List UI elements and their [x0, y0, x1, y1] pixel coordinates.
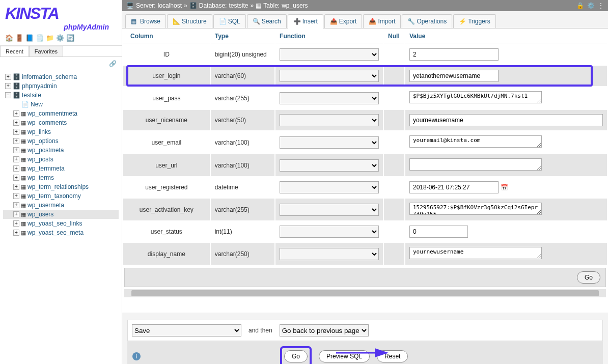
table-icon: ▦	[21, 156, 26, 163]
bc-server[interactable]: localhost	[158, 2, 182, 9]
expand-icon[interactable]: +	[13, 193, 19, 199]
table-icon: ▦	[21, 129, 26, 135]
expand-icon[interactable]: +	[13, 175, 19, 181]
tree-table-wp_postmeta[interactable]: wp_postmeta	[27, 147, 64, 154]
tab-recent[interactable]: Recent	[0, 46, 29, 57]
tab-triggers[interactable]: ⚡Triggers	[453, 14, 496, 28]
tab-insert[interactable]: ➕Insert	[288, 14, 323, 29]
expand-icon[interactable]: +	[13, 211, 19, 217]
tab-structure[interactable]: 📐Structure	[167, 14, 212, 28]
expand-icon[interactable]: +	[13, 202, 19, 208]
bc-database[interactable]: testsite	[229, 2, 248, 9]
tree-table-wp_yoast_seo_links[interactable]: wp_yoast_seo_links	[27, 220, 82, 227]
value-user_login[interactable]	[409, 70, 499, 82]
tree-table-wp_yoast_seo_meta[interactable]: wp_yoast_seo_meta	[27, 229, 84, 236]
tree-table-wp_term_relationships[interactable]: wp_term_relationships	[27, 183, 89, 190]
bottom-bar: Save and then Go back to previous page i…	[122, 313, 608, 364]
function-select-user_nicename[interactable]	[280, 114, 379, 126]
value-user_email[interactable]: youremail@kinsta.com	[409, 135, 542, 148]
go-button-top[interactable]: Go	[577, 271, 600, 284]
function-select-user_url[interactable]	[280, 159, 379, 172]
th-column: Column	[123, 30, 210, 43]
home-icon[interactable]: 🏠	[5, 34, 13, 42]
value-user_nicename[interactable]	[409, 114, 603, 126]
expand-icon[interactable]: +	[13, 165, 19, 172]
function-select-user_login[interactable]	[280, 70, 379, 82]
function-select-user_registered[interactable]	[280, 181, 379, 193]
tree-table-wp_usermeta[interactable]: wp_usermeta	[27, 202, 64, 209]
save-select[interactable]: Save	[132, 324, 241, 337]
horizontal-scrollbar[interactable]	[124, 289, 606, 297]
nav-icon[interactable]: 📁	[46, 34, 54, 42]
tree-table-wp_posts[interactable]: wp_posts	[27, 156, 53, 163]
value-user_registered[interactable]	[409, 181, 499, 193]
tree-table-wp_links[interactable]: wp_links	[27, 128, 51, 135]
value-user_activation_key[interactable]: 1529565927:$P$BfKOVzr3g50kzCqi2s6IeprZ3O…	[409, 203, 542, 215]
tab-import[interactable]: 📥Import	[363, 14, 401, 28]
function-select-user_email[interactable]	[280, 136, 379, 149]
col-label-user_registered: user_registered	[123, 177, 210, 198]
tab-sql[interactable]: 📄SQL	[213, 14, 246, 28]
docs-icon[interactable]: 📘	[25, 34, 34, 42]
goback-select[interactable]: Go back to previous page	[280, 324, 369, 337]
function-select-user_status[interactable]	[280, 226, 379, 238]
expand-icon[interactable]: +	[13, 147, 19, 153]
tree-table-wp_options[interactable]: wp_options	[27, 137, 59, 145]
expand-icon[interactable]: +	[13, 156, 19, 162]
value-ID[interactable]	[409, 48, 499, 61]
gear-icon[interactable]: ⚙️	[56, 34, 64, 42]
value-display_name[interactable]: yournewusername	[409, 247, 542, 259]
tree-table-wp_users[interactable]: wp_users	[27, 211, 53, 218]
function-select-user_pass[interactable]	[280, 92, 379, 104]
th-function: Function	[275, 30, 383, 43]
tab-operations[interactable]: 🔧Operations	[402, 14, 452, 28]
expand-icon[interactable]: +	[13, 129, 19, 135]
go-button[interactable]: Go	[284, 350, 308, 362]
function-select-ID[interactable]	[280, 48, 379, 61]
type-label: varchar(255)	[211, 199, 274, 220]
col-label-user_activation_key: user_activation_key	[123, 199, 210, 220]
tab-browse[interactable]: ▦Browse	[125, 14, 166, 28]
table-icon: ▦	[21, 211, 26, 218]
tree-new[interactable]: New	[31, 101, 43, 108]
expand-icon[interactable]: +	[13, 138, 19, 144]
link-icon[interactable]: 🔗	[0, 57, 122, 70]
exit-icon[interactable]: 🚪	[15, 34, 23, 42]
table-icon: ▦	[21, 175, 26, 181]
value-user_url[interactable]	[409, 158, 542, 171]
value-user_pass[interactable]: $P$Bjz5XYTglGOLc6KMBkUt/djMN.7kst1	[409, 91, 542, 103]
expand-icon[interactable]: +	[13, 184, 19, 190]
db-phpmyadmin[interactable]: phpmyadmin	[22, 82, 57, 90]
calendar-icon[interactable]: 📅	[501, 184, 509, 192]
collapse-icon[interactable]: −	[5, 92, 11, 98]
expand-icon[interactable]: +	[13, 120, 19, 126]
tree-table-wp_term_taxonomy[interactable]: wp_term_taxonomy	[27, 192, 81, 200]
function-select-user_activation_key[interactable]	[280, 204, 379, 216]
table-icon: ▦	[21, 202, 26, 209]
tree-table-wp_termmeta[interactable]: wp_termmeta	[27, 165, 65, 172]
bc-table[interactable]: wp_users	[282, 2, 308, 9]
function-select-display_name[interactable]	[280, 248, 379, 260]
expand-icon[interactable]: +	[13, 220, 19, 227]
reload-icon[interactable]: 🔄	[66, 34, 74, 42]
query-icon[interactable]: 🗒️	[36, 34, 44, 42]
info-icon[interactable]: i	[132, 352, 141, 360]
table-icon: ▦	[21, 165, 26, 172]
expand-icon[interactable]: +	[13, 230, 19, 236]
db-testsite[interactable]: testsite	[22, 92, 41, 99]
db-information-schema[interactable]: information_schema	[22, 73, 77, 80]
tree-table-wp_terms[interactable]: wp_terms	[27, 174, 54, 181]
type-label: datetime	[211, 177, 274, 198]
tree-table-wp_commentmeta[interactable]: wp_commentmeta	[27, 110, 77, 117]
tab-favorites[interactable]: Favorites	[29, 46, 63, 57]
lock-icon[interactable]: 🔒	[576, 2, 584, 9]
tree-table-wp_comments[interactable]: wp_comments	[27, 119, 67, 126]
tab-search[interactable]: 🔍Search	[247, 14, 287, 28]
value-user_status[interactable]	[409, 226, 468, 238]
expand-icon[interactable]: +	[13, 110, 19, 117]
settings-icon[interactable]: ⚙️	[587, 2, 595, 9]
expand-icon[interactable]: +	[5, 83, 11, 89]
tab-export[interactable]: 📤Export	[324, 14, 363, 28]
overflow-icon[interactable]: ⋮	[598, 2, 604, 9]
expand-icon[interactable]: +	[5, 74, 11, 80]
